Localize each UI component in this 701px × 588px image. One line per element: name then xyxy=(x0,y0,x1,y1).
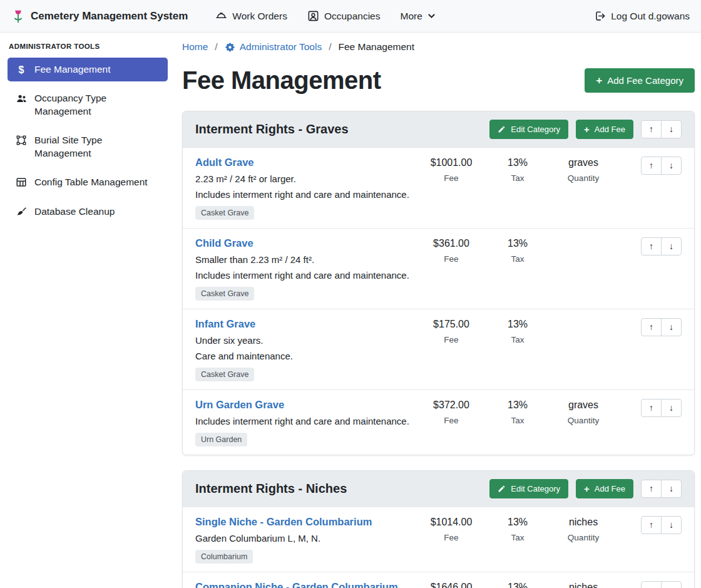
fee-reorder-group: ↑ ↓ xyxy=(641,237,682,255)
move-category-down-button[interactable]: ↓ xyxy=(661,480,682,498)
sidebar: ADMINISTRATOR TOOLS $ Fee Management Occ… xyxy=(0,33,175,229)
pencil-icon xyxy=(498,485,506,493)
fee-row: Single Niche - Garden Columbarium Garden… xyxy=(183,507,694,572)
fee-description: Includes interment right and care and ma… xyxy=(195,189,412,200)
fee-tax-column: 13% Tax xyxy=(490,516,545,542)
fee-type-tag: Casket Grave xyxy=(195,368,254,381)
move-fee-down-button[interactable]: ↓ xyxy=(661,157,682,175)
app-title: Cemetery Management System xyxy=(31,10,188,23)
sidebar-item-database-cleanup[interactable]: Database Cleanup xyxy=(8,200,168,224)
category-title: Interment Rights - Niches xyxy=(195,482,489,496)
category-header: Interment Rights - Graves Edit Category … xyxy=(183,111,694,147)
fee-quantity: niches xyxy=(545,516,622,529)
fee-tax-column: 13% Tax xyxy=(490,581,545,588)
people-icon xyxy=(15,93,28,105)
edit-category-button[interactable]: Edit Category xyxy=(489,479,568,498)
fee-reorder-group: ↑ ↓ xyxy=(641,318,682,336)
fee-tax: 13% xyxy=(490,157,545,169)
fee-descriptions: Smaller than 2.23 m² / 24 ft².Includes i… xyxy=(195,254,412,281)
fee-description: Includes interment right and care and ma… xyxy=(195,416,412,426)
sidebar-item-fee-management[interactable]: $ Fee Management xyxy=(8,58,168,81)
edit-category-button[interactable]: Edit Category xyxy=(489,120,568,139)
move-fee-up-button[interactable]: ↑ xyxy=(641,237,662,255)
plus-icon: + xyxy=(584,125,590,134)
fee-tax: 13% xyxy=(490,318,545,331)
category-header: Interment Rights - Niches Edit Category … xyxy=(183,471,694,507)
logout-label: Log Out d.gowans xyxy=(611,11,690,22)
move-category-down-button[interactable]: ↓ xyxy=(661,120,682,138)
add-fee-button[interactable]: + Add Fee xyxy=(576,120,633,139)
fee-amount-label: Fee xyxy=(412,416,490,425)
fee-tax: 13% xyxy=(490,516,545,529)
fee-category-card: Interment Rights - Graves Edit Category … xyxy=(182,111,695,455)
nav-item-work-orders[interactable]: Work Orders xyxy=(215,10,287,22)
move-fee-up-button[interactable]: ↑ xyxy=(641,516,662,534)
gear-icon xyxy=(225,42,235,53)
sidebar-item-config-table-management[interactable]: Config Table Management xyxy=(8,170,168,194)
breadcrumb-admin-tools-link[interactable]: Administrator Tools xyxy=(225,41,322,53)
move-fee-up-button[interactable]: ↑ xyxy=(641,318,662,336)
fee-name-link[interactable]: Child Grave xyxy=(195,237,253,249)
fee-row: Infant Grave Under six years.Care and ma… xyxy=(183,309,694,389)
fee-list: Single Niche - Garden Columbarium Garden… xyxy=(183,507,694,588)
move-fee-up-button[interactable]: ↑ xyxy=(641,581,662,588)
category-reorder-group: ↑ ↓ xyxy=(641,480,682,498)
page-header: Fee Management + Add Fee Category xyxy=(182,66,695,95)
sidebar-item-occupancy-type-management[interactable]: Occupancy Type Management xyxy=(8,86,168,123)
move-fee-down-button[interactable]: ↓ xyxy=(661,318,682,336)
move-category-up-button[interactable]: ↑ xyxy=(641,120,662,138)
logout-icon xyxy=(594,10,606,22)
tulip-logo-icon xyxy=(11,9,25,24)
fee-tax-column: 13% Tax xyxy=(490,237,545,264)
add-fee-category-button[interactable]: + Add Fee Category xyxy=(585,68,695,93)
nav-item-more[interactable]: More xyxy=(401,11,436,22)
sidebar-item-label: Fee Management xyxy=(34,63,111,76)
fee-details: Infant Grave Under six years.Care and ma… xyxy=(195,318,412,381)
fee-type-tag: Urn Garden xyxy=(195,433,247,446)
fee-amount-column: $372.00 Fee xyxy=(412,399,490,425)
add-fee-label: Add Fee xyxy=(595,125,625,134)
move-fee-up-button[interactable]: ↑ xyxy=(641,399,662,417)
fee-description: Care and maintenance. xyxy=(195,351,412,361)
main-content: Home / Administrator Tools / Fee Managem… xyxy=(175,33,701,588)
fee-amount-label: Fee xyxy=(412,254,490,264)
fee-amount: $1014.00 xyxy=(412,516,490,529)
fee-amount: $361.00 xyxy=(412,237,490,250)
move-fee-down-button[interactable]: ↓ xyxy=(661,581,682,588)
logout-link[interactable]: Log Out d.gowans xyxy=(594,10,690,22)
sidebar-item-label: Burial Site Type Management xyxy=(34,134,160,160)
breadcrumb-home-link[interactable]: Home xyxy=(182,41,208,53)
breadcrumb: Home / Administrator Tools / Fee Managem… xyxy=(182,41,695,53)
fee-name-link[interactable]: Infant Grave xyxy=(195,318,255,330)
move-category-up-button[interactable]: ↑ xyxy=(641,480,662,498)
fee-name-link[interactable]: Adult Grave xyxy=(195,157,254,168)
occupant-frame-icon xyxy=(307,10,319,22)
fee-description: Garden Columbarium L, M, N. xyxy=(195,533,412,544)
category-reorder-group: ↑ ↓ xyxy=(641,120,682,138)
fee-name-link[interactable]: Companion Niche - Garden Columbarium xyxy=(195,581,398,588)
app-brand[interactable]: Cemetery Management System xyxy=(11,9,188,24)
fee-quantity-label: Quantity xyxy=(545,416,622,425)
fee-amount-label: Fee xyxy=(412,533,490,542)
move-fee-up-button[interactable]: ↑ xyxy=(641,157,662,175)
nav-item-occupancies[interactable]: Occupancies xyxy=(307,10,381,22)
fee-name-link[interactable]: Urn Garden Grave xyxy=(195,399,284,411)
fee-type-tag: Casket Grave xyxy=(195,206,254,220)
move-fee-down-button[interactable]: ↓ xyxy=(661,237,682,255)
move-fee-down-button[interactable]: ↓ xyxy=(661,399,682,417)
add-fee-category-label: Add Fee Category xyxy=(607,75,683,86)
plus-icon: + xyxy=(584,484,590,493)
breadcrumb-separator: / xyxy=(215,41,217,53)
fee-description: 2.23 m² / 24 ft² or larger. xyxy=(195,173,412,184)
fee-reorder-group: ↑ ↓ xyxy=(641,581,682,588)
fee-amount-column: $1646.00 Fee xyxy=(412,581,490,588)
fee-category-card: Interment Rights - Niches Edit Category … xyxy=(182,470,695,588)
add-fee-button[interactable]: + Add Fee xyxy=(576,479,633,498)
pencil-icon xyxy=(498,125,506,133)
move-fee-down-button[interactable]: ↓ xyxy=(661,516,682,534)
fee-tax-label: Tax xyxy=(490,335,545,344)
fee-quantity-column: niches Quantity xyxy=(545,516,622,542)
fee-name-link[interactable]: Single Niche - Garden Columbarium xyxy=(195,516,372,528)
fee-quantity: graves xyxy=(545,157,622,169)
sidebar-item-burial-site-type-management[interactable]: Burial Site Type Management xyxy=(8,128,168,165)
